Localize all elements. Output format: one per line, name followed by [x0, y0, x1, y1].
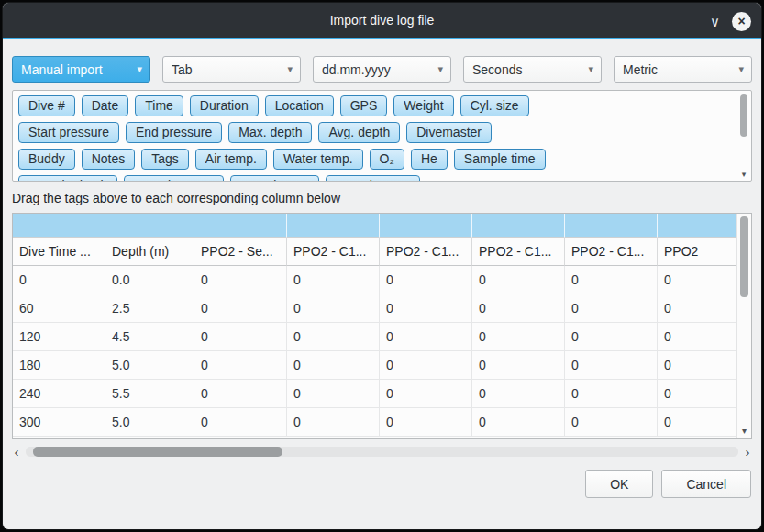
- table-cell: 0: [658, 408, 736, 437]
- drag-tag[interactable]: Start pressure: [18, 122, 119, 143]
- table-cell: 0: [287, 380, 380, 408]
- scroll-left-icon[interactable]: ‹: [12, 446, 21, 458]
- column-header[interactable]: PPO2 - Se...: [194, 238, 287, 266]
- drag-tag[interactable]: Duration: [190, 95, 259, 116]
- column-header[interactable]: PPO2 - C1...: [472, 238, 565, 266]
- table-cell: 0: [287, 351, 380, 380]
- table-cell: 180: [13, 351, 105, 380]
- table-cell: 0: [380, 266, 472, 294]
- table-cell: 0: [658, 380, 736, 408]
- drag-tag[interactable]: Air temp.: [195, 149, 267, 170]
- drag-tag[interactable]: Sample pO₂: [230, 175, 319, 182]
- chevron-down-icon: ▾: [738, 63, 744, 75]
- scrollbar-thumb[interactable]: [33, 447, 282, 457]
- tag-area-scrollbar[interactable]: ▾: [738, 93, 749, 179]
- scrollbar-thumb[interactable]: [740, 216, 748, 297]
- table-cell: 0: [565, 351, 658, 380]
- table-cell: 0: [287, 408, 380, 437]
- column-header[interactable]: PPO2: [658, 238, 736, 266]
- drag-tag[interactable]: Time: [135, 95, 183, 116]
- combo-date-format[interactable]: dd.mm.yyyy▾: [313, 56, 451, 83]
- table-cell: 240: [13, 380, 105, 408]
- column-drop-target[interactable]: [565, 214, 658, 238]
- table-cell: 0: [658, 294, 736, 323]
- preview-table: Dive Time ...Depth (m)PPO2 - Se...PPO2 -…: [12, 213, 752, 439]
- combo-value: Tab: [172, 62, 193, 77]
- table-cell: 0: [287, 323, 380, 351]
- drag-tag[interactable]: Tags: [141, 149, 189, 170]
- drag-tag[interactable]: End pressure: [126, 122, 222, 143]
- drag-tag[interactable]: Avg. depth: [318, 122, 400, 143]
- combo-field-separator[interactable]: Tab▾: [162, 56, 301, 83]
- drag-tag[interactable]: Sample time: [454, 149, 546, 170]
- combo-value: Seconds: [472, 62, 522, 77]
- tag-row: Start pressureEnd pressureMax. depthAvg.…: [18, 122, 729, 143]
- column-drop-target[interactable]: [472, 214, 565, 238]
- drag-tag[interactable]: Water temp.: [273, 149, 363, 170]
- drag-tag[interactable]: He: [411, 149, 448, 170]
- scroll-down-icon[interactable]: ▾: [738, 170, 749, 179]
- table-cell: 0: [194, 408, 287, 437]
- scroll-right-icon[interactable]: ›: [743, 446, 752, 458]
- drag-tag[interactable]: Sample CNS: [326, 175, 420, 182]
- drag-tag[interactable]: Weight: [393, 95, 453, 116]
- table-cell: 0: [380, 380, 472, 408]
- titlebar[interactable]: Import dive log file ∨ ×: [3, 3, 761, 39]
- drag-tag[interactable]: Notes: [82, 149, 136, 170]
- table-body: 00.0000000602.50000001204.50000001805.00…: [13, 266, 736, 437]
- table-cell: 0: [194, 294, 287, 323]
- table-cell: 0: [472, 323, 565, 351]
- chevron-down-icon[interactable]: ∨: [710, 15, 720, 28]
- drag-tag[interactable]: Dive #: [18, 95, 75, 116]
- cancel-button[interactable]: Cancel: [661, 470, 751, 498]
- column-drop-target[interactable]: [105, 214, 194, 238]
- window-title: Import dive log file: [3, 13, 761, 28]
- table-cell: 300: [13, 408, 105, 437]
- drag-tag[interactable]: Buddy: [18, 149, 75, 170]
- combo-import-mode[interactable]: Manual import▾: [12, 56, 150, 83]
- ok-button[interactable]: OK: [585, 470, 653, 498]
- table-cell: 5.5: [105, 380, 194, 408]
- combo-value: Metric: [623, 62, 658, 77]
- table-grid: Dive Time ...Depth (m)PPO2 - Se...PPO2 -…: [13, 214, 736, 438]
- table-cell: 0: [472, 294, 565, 323]
- drag-tag[interactable]: Sample depth: [18, 175, 117, 182]
- drag-tag[interactable]: O₂: [370, 149, 404, 170]
- scroll-down-icon[interactable]: ▾: [737, 426, 751, 436]
- column-drop-target[interactable]: [658, 214, 736, 238]
- horizontal-scrollbar[interactable]: ‹ ›: [12, 445, 752, 458]
- drag-tag[interactable]: Max. depth: [228, 122, 312, 143]
- scrollbar-track[interactable]: [26, 447, 738, 457]
- drag-tag[interactable]: GPS: [340, 95, 388, 116]
- table-cell: 60: [13, 294, 105, 323]
- scrollbar-thumb[interactable]: [740, 94, 747, 137]
- table-cell: 0: [658, 266, 736, 294]
- drag-tag[interactable]: Cyl. size: [460, 95, 529, 116]
- drag-tag[interactable]: Location: [265, 95, 334, 116]
- column-header[interactable]: PPO2 - C1...: [565, 238, 658, 266]
- table-row: 602.5000000: [13, 294, 736, 323]
- table-cell: 0.0: [105, 266, 194, 294]
- combo-duration-format[interactable]: Seconds▾: [463, 56, 602, 83]
- column-drop-target[interactable]: [13, 214, 105, 238]
- table-cell: 0: [472, 380, 565, 408]
- drag-tag[interactable]: Divemaster: [406, 122, 492, 143]
- drag-tag[interactable]: Sample temp.: [124, 175, 223, 182]
- import-dialog-window: Import dive log file ∨ × Manual import▾T…: [3, 3, 761, 529]
- tag-row: BuddyNotesTagsAir temp.Water temp.O₂HeSa…: [18, 149, 729, 170]
- column-header[interactable]: Dive Time ...: [13, 238, 105, 266]
- column-header[interactable]: PPO2 - C1...: [380, 238, 472, 266]
- column-header[interactable]: Depth (m): [105, 238, 194, 266]
- column-drop-target[interactable]: [287, 214, 380, 238]
- close-button[interactable]: ×: [732, 12, 751, 31]
- table-cell: 0: [194, 351, 287, 380]
- table-scrollbar[interactable]: ▾: [736, 214, 751, 438]
- column-drop-target[interactable]: [194, 214, 287, 238]
- table-cell: 0: [380, 323, 472, 351]
- table-cell: 0: [380, 294, 472, 323]
- table-cell: 0: [472, 351, 565, 380]
- column-drop-target[interactable]: [380, 214, 472, 238]
- drag-tag[interactable]: Date: [82, 95, 129, 116]
- combo-units[interactable]: Metric▾: [614, 56, 752, 83]
- column-header[interactable]: PPO2 - C1...: [287, 238, 380, 266]
